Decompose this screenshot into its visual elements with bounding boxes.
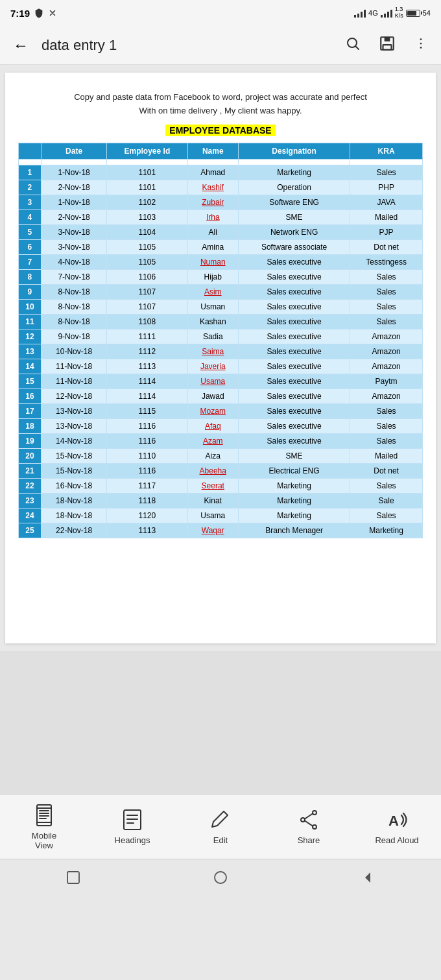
- row-number: 16: [19, 389, 42, 404]
- status-right: 4G 1.3K/s 54: [354, 6, 431, 19]
- doc-subtitle2: With on time delivery , My client was ha…: [18, 106, 423, 115]
- row-date: 9-Nov-18: [41, 329, 106, 344]
- row-empid: 1111: [107, 329, 187, 344]
- toolbar-item-share[interactable]: Share: [283, 808, 335, 845]
- edit-label: Edit: [213, 835, 228, 845]
- row-name: Waqar: [187, 523, 239, 538]
- back-button[interactable]: ←: [8, 31, 34, 60]
- row-number: 20: [19, 449, 42, 464]
- row-kra: PHP: [350, 180, 423, 195]
- svg-rect-4: [383, 45, 392, 50]
- row-number: 2: [19, 180, 42, 195]
- nav-square-button[interactable]: [62, 866, 85, 889]
- row-empid: 1106: [107, 270, 187, 285]
- mobile-view-label: MobileView: [32, 831, 56, 850]
- svg-rect-25: [67, 872, 79, 883]
- row-number: 25: [19, 523, 42, 538]
- toolbar-item-read-aloud[interactable]: A Read Aloud: [371, 808, 423, 845]
- signal-bars: [354, 8, 366, 18]
- table-row: 22-Nov-181101KashifOperationPHP: [19, 180, 423, 195]
- svg-point-26: [215, 872, 226, 883]
- col-header-date: Date: [41, 143, 106, 160]
- row-date: 16-Nov-18: [41, 479, 106, 494]
- doc-subtitle1: Copy and paste data from Facebook to wor…: [18, 92, 423, 102]
- row-empid: 1110: [107, 449, 187, 464]
- row-name: Hijab: [187, 270, 239, 285]
- table-row: 2522-Nov-181113WaqarBranch MenagerMarket…: [19, 523, 423, 538]
- row-number: 10: [19, 300, 42, 315]
- row-kra: Sales: [350, 404, 423, 419]
- nav-circle-button[interactable]: [209, 866, 232, 889]
- app-title: data entry 1: [42, 37, 332, 54]
- mobile-view-icon: [34, 804, 54, 827]
- headings-label: Headings: [115, 835, 150, 845]
- nav-back-button[interactable]: [356, 866, 379, 889]
- row-empid: 1115: [107, 404, 187, 419]
- svg-point-21: [313, 825, 316, 829]
- svg-line-22: [305, 814, 313, 819]
- row-empid: 1120: [107, 508, 187, 523]
- battery-level: 54: [423, 9, 431, 17]
- row-name: Sadia: [187, 329, 239, 344]
- row-designation: Operation: [239, 180, 350, 195]
- table-row: 63-Nov-181105AminaSoftware associateDot …: [19, 240, 423, 255]
- row-date: 8-Nov-18: [41, 285, 106, 300]
- row-name: Usama: [187, 508, 239, 523]
- row-name: Amina: [187, 240, 239, 255]
- col-header-empid: Employee Id: [107, 143, 187, 160]
- row-empid: 1114: [107, 374, 187, 389]
- row-number: 12: [19, 329, 42, 344]
- table-row: 108-Nov-181107UsmanSales executiveSales: [19, 300, 423, 315]
- save-button[interactable]: [374, 30, 401, 61]
- more-button[interactable]: [409, 31, 433, 60]
- row-kra: Sales: [350, 479, 423, 494]
- row-designation: SME: [239, 210, 350, 225]
- row-date: 18-Nov-18: [41, 494, 106, 508]
- row-designation: Marketing: [239, 508, 350, 523]
- row-name: Saima: [187, 344, 239, 359]
- row-number: 1: [19, 165, 42, 180]
- row-name: Kashan: [187, 315, 239, 329]
- col-header-empty: [19, 143, 42, 160]
- toolbar-item-edit[interactable]: Edit: [195, 808, 246, 845]
- row-empid: 1103: [107, 210, 187, 225]
- search-button[interactable]: [340, 30, 366, 60]
- toolbar-item-headings[interactable]: Headings: [106, 808, 158, 845]
- table-row: 87-Nov-181106HijabSales executiveSales: [19, 270, 423, 285]
- row-kra: Sales: [350, 300, 423, 315]
- row-empid: 1102: [107, 195, 187, 210]
- row-kra: JAVA: [350, 195, 423, 210]
- row-designation: Electrical ENG: [239, 464, 350, 479]
- row-empid: 1116: [107, 419, 187, 434]
- navigation-bar: [0, 859, 441, 895]
- row-name: Ali: [187, 225, 239, 240]
- table-row: 2216-Nov-181117SeeratMarketingSales: [19, 479, 423, 494]
- table-row: 11-Nov-181101AhmadMarketingSales: [19, 165, 423, 180]
- row-name: Usama: [187, 374, 239, 389]
- row-empid: 1112: [107, 344, 187, 359]
- row-kra: Sales: [350, 419, 423, 434]
- row-designation: Sales executive: [239, 434, 350, 449]
- row-kra: Amazon: [350, 329, 423, 344]
- col-header-designation: Designation: [239, 143, 350, 160]
- row-date: 11-Nov-18: [41, 359, 106, 374]
- table-row: 1411-Nov-181113JaveriaSales executiveAma…: [19, 359, 423, 374]
- row-kra: Paytm: [350, 374, 423, 389]
- row-kra: PJP: [350, 225, 423, 240]
- table-row: 2115-Nov-181116AbeehaElectrical ENGDot n…: [19, 464, 423, 479]
- row-date: 2-Nov-18: [41, 180, 106, 195]
- row-date: 3-Nov-18: [41, 225, 106, 240]
- db-title: EMPLOYEE DATABASE: [165, 125, 275, 136]
- col-header-kra: KRA: [350, 143, 423, 160]
- row-number: 9: [19, 285, 42, 300]
- row-name: Azam: [187, 434, 239, 449]
- row-number: 15: [19, 374, 42, 389]
- table-row: 2015-Nov-181110AizaSMEMailed: [19, 449, 423, 464]
- row-empid: 1114: [107, 389, 187, 404]
- row-empid: 1116: [107, 464, 187, 479]
- row-empid: 1118: [107, 494, 187, 508]
- toolbar-item-mobile-view[interactable]: MobileView: [18, 804, 70, 850]
- row-date: 13-Nov-18: [41, 404, 106, 419]
- row-number: 5: [19, 225, 42, 240]
- read-aloud-icon: A: [386, 808, 408, 831]
